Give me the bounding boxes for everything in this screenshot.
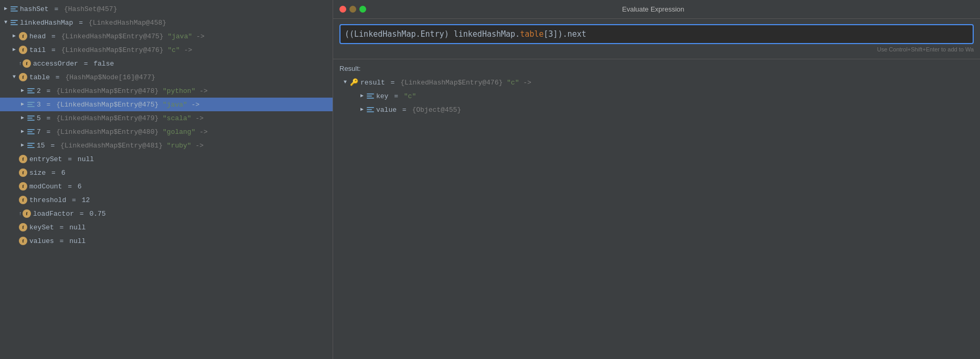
var-value-tail-string: "c" xyxy=(167,46,179,54)
tree-item-table[interactable]: f table = {HashMap$Node[16]@477} xyxy=(0,70,333,84)
minimize-button[interactable] xyxy=(349,6,356,13)
result-key-value: "c" xyxy=(404,92,416,100)
evaluate-expression-panel: Evaluate Expression ((LinkedHashMap.Entr… xyxy=(333,0,980,359)
expand-arrow-entry15[interactable] xyxy=(19,142,26,149)
var-name-entryset: entrySet xyxy=(29,155,62,163)
var-name-size: size xyxy=(29,169,46,177)
var-value-keyset: null xyxy=(69,224,86,231)
tree-item-entry5[interactable]: 5 = {LinkedHashMap$Entry@479} "scala" -> xyxy=(0,111,333,125)
var-value-tail: {LinkedHashMap$Entry@476} xyxy=(61,46,168,54)
list-icon-entry3 xyxy=(27,101,35,108)
expand-arrow-hashset[interactable] xyxy=(2,5,9,13)
result-value-val: {Object@455} xyxy=(412,106,461,114)
list-icon-value xyxy=(367,106,374,113)
tree-item-loadfactor[interactable]: ↑ f loadFactor = 0.75 xyxy=(0,207,333,220)
tree-item-values[interactable]: f values = null xyxy=(0,234,333,248)
list-icon-entry2 xyxy=(27,87,35,94)
field-icon-modcount: f xyxy=(19,182,27,191)
result-tree: 🔑 result = {LinkedHashMap$Entry@476} "c"… xyxy=(339,75,974,118)
field-icon-table: f xyxy=(19,73,27,81)
var-name-linkedhashmap: linkedHashMap xyxy=(20,19,73,27)
result-value-item[interactable]: value = {Object@455} xyxy=(339,103,974,117)
expand-arrow-entry3[interactable] xyxy=(19,101,26,108)
var-value-linkedhashmap: {LinkedHashMap@458} xyxy=(89,19,166,27)
var-name-head: head xyxy=(29,33,46,40)
var-name-values: values xyxy=(29,237,54,245)
tree-item-entryset[interactable]: f entrySet = null xyxy=(0,152,333,166)
expression-text-part2: [3]).next xyxy=(544,29,586,39)
var-value-entry7: {LinkedHashMap$Entry@480} xyxy=(56,128,163,136)
expression-input[interactable]: ((LinkedHashMap.Entry) linkedHashMap.tab… xyxy=(339,24,974,44)
var-value-entryset: null xyxy=(78,155,94,163)
var-name-tail: tail xyxy=(29,46,46,54)
var-name-entry2: 2 xyxy=(37,87,41,95)
var-value-size: 6 xyxy=(61,169,66,177)
var-name-loadfactor: loadFactor xyxy=(33,210,74,218)
expression-text-part1: ((LinkedHashMap.Entry) linkedHashMap. xyxy=(345,29,520,39)
tree-item-tail[interactable]: f tail = {LinkedHashMap$Entry@476} "c" -… xyxy=(0,43,333,57)
maximize-button[interactable] xyxy=(359,6,366,13)
var-value-head-string: "java" xyxy=(167,33,192,40)
var-value-head: {LinkedHashMap$Entry@475} xyxy=(61,33,168,40)
tree-item-entry3[interactable]: 3 = {LinkedHashMap$Entry@475} "java" -> xyxy=(0,98,333,111)
result-root-item[interactable]: 🔑 result = {LinkedHashMap$Entry@476} "c"… xyxy=(339,76,974,89)
field-icon-head: f xyxy=(19,32,27,40)
var-value-values: null xyxy=(69,237,86,245)
tree-item-head[interactable]: f head = {LinkedHashMap$Entry@475} "java… xyxy=(0,29,333,43)
var-name-entry15: 15 xyxy=(37,142,45,150)
expand-arrow-linkedhashmap[interactable] xyxy=(2,19,9,26)
list-icon-entry5 xyxy=(27,114,35,122)
expand-arrow-entry7[interactable] xyxy=(19,128,26,135)
window-title: Evaluate Expression xyxy=(375,5,932,13)
expand-arrow-result[interactable] xyxy=(342,79,349,86)
field-icon-entryset: f xyxy=(19,155,27,163)
tree-item-entry15[interactable]: 15 = {LinkedHashMap$Entry@481} "ruby" -> xyxy=(0,139,333,152)
title-bar: Evaluate Expression xyxy=(333,0,980,19)
var-value-threshold: 12 xyxy=(82,196,90,204)
hint-text: Use Control+Shift+Enter to add to Wa xyxy=(339,44,974,56)
expand-arrow-value-child[interactable] xyxy=(358,106,366,113)
list-icon-hashset xyxy=(10,5,18,13)
var-name-entry5: 5 xyxy=(37,114,41,122)
var-value-accessorder: false xyxy=(93,60,114,68)
expand-arrow-head[interactable] xyxy=(10,33,18,40)
var-name-table: table xyxy=(29,73,50,81)
field-icon-values: f xyxy=(19,237,27,245)
tree-item-hashset[interactable]: hashSet = {HashSet@457} xyxy=(0,2,333,16)
tree-item-modcount[interactable]: f modCount = 6 xyxy=(0,180,333,193)
expand-arrow-entry2[interactable] xyxy=(19,87,26,94)
var-value-loadfactor: 0.75 xyxy=(89,210,105,218)
expand-arrow-tail[interactable] xyxy=(10,46,18,54)
tree-item-linkedhashmap[interactable]: linkedHashMap = {LinkedHashMap@458} xyxy=(0,16,333,29)
expand-arrow-key[interactable] xyxy=(358,92,366,100)
expand-arrow-entry5[interactable] xyxy=(19,114,26,122)
var-name-accessorder: accessOrder xyxy=(33,60,78,68)
result-value-name: value xyxy=(376,106,397,114)
tree-item-entry2[interactable]: 2 = {LinkedHashMap$Entry@478} "python" -… xyxy=(0,84,333,98)
field-icon-loadfactor: ↑ f xyxy=(19,209,31,218)
result-value: {LinkedHashMap$Entry@476} xyxy=(400,79,507,87)
result-key-item[interactable]: key = "c" xyxy=(339,89,974,103)
tree-item-threshold[interactable]: f threshold = 12 xyxy=(0,193,333,207)
expand-arrow-table[interactable] xyxy=(10,73,18,81)
var-value-entry3: {LinkedHashMap$Entry@475} xyxy=(56,101,163,109)
var-value-entry15: {LinkedHashMap$Entry@481} xyxy=(60,142,167,150)
window-controls xyxy=(339,6,366,13)
expression-text-table: table xyxy=(520,29,544,39)
result-area: Result: 🔑 result = {LinkedHashMap$Entry@… xyxy=(333,59,980,359)
var-value-hashset: {HashSet@457} xyxy=(64,5,117,13)
tree-item-entry7[interactable]: 7 = {LinkedHashMap$Entry@480} "golang" -… xyxy=(0,125,333,139)
var-name-keyset: keySet xyxy=(29,224,54,231)
result-label: Result: xyxy=(339,61,974,75)
field-icon-threshold: f xyxy=(19,196,27,204)
list-icon-key xyxy=(367,92,374,100)
list-icon-entry15 xyxy=(27,142,35,149)
result-name: result xyxy=(360,79,385,87)
tree-item-size[interactable]: f size = 6 xyxy=(0,166,333,180)
debugger-variables-panel: hashSet = {HashSet@457} linkedHashMap = … xyxy=(0,0,333,359)
field-icon-size: f xyxy=(19,168,27,177)
tree-item-accessorder[interactable]: ↑ f accessOrder = false xyxy=(0,57,333,70)
tree-item-keyset[interactable]: f keySet = null xyxy=(0,220,333,234)
close-button[interactable] xyxy=(339,6,346,13)
var-name-threshold: threshold xyxy=(29,196,66,204)
